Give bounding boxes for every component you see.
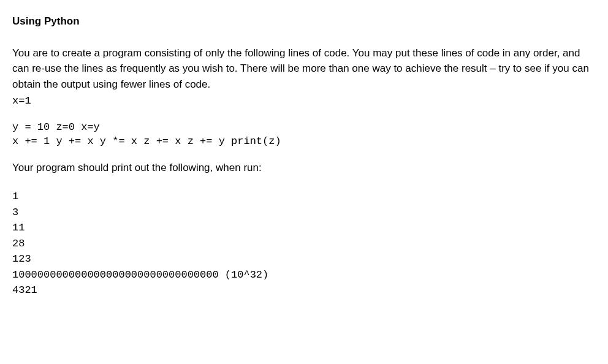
output-line-4: 28	[12, 236, 596, 252]
document-title: Using Python	[12, 13, 596, 29]
output-instruction: Your program should print out the follow…	[12, 160, 596, 176]
code-block: y = 10 z=0 x=y x += 1 y += x y *= x z +=…	[12, 121, 596, 149]
code-line-3: x += 1 y += x y *= x z += x z += y print…	[12, 135, 596, 149]
expected-output: 1 3 11 28 123 10000000000000000000000000…	[12, 189, 596, 298]
output-line-3: 11	[12, 220, 596, 236]
code-line-2: y = 10 z=0 x=y	[12, 121, 596, 135]
intro-paragraph: You are to create a program consisting o…	[12, 45, 596, 93]
output-line-7: 4321	[12, 282, 596, 298]
code-line-initial: x=1	[12, 94, 596, 108]
output-line-2: 3	[12, 205, 596, 221]
output-line-5: 123	[12, 251, 596, 267]
output-line-1: 1	[12, 189, 596, 205]
output-line-6: 100000000000000000000000000000000 (10^32…	[12, 267, 596, 283]
